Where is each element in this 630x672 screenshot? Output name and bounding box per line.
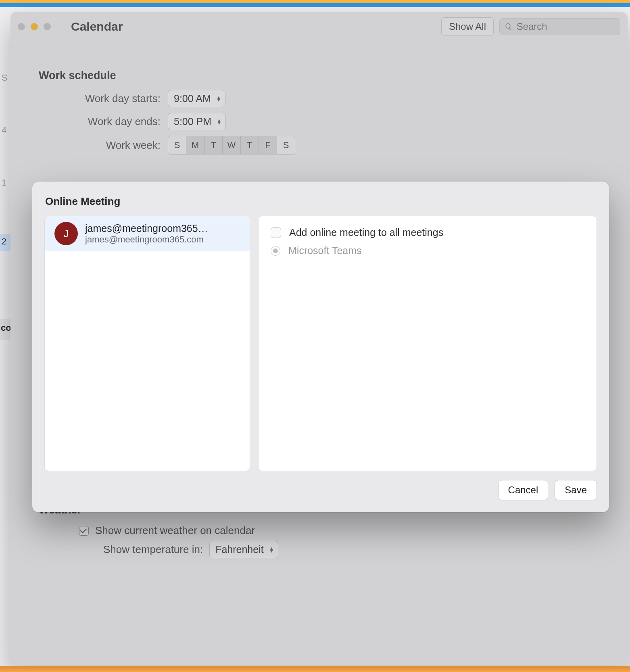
work-day-ends-label: Work day ends: (39, 115, 168, 128)
add-online-meeting-checkbox[interactable] (271, 227, 281, 238)
temperature-unit-value: Fahrenheit (215, 544, 264, 555)
account-email: james@meetingroom365.com (85, 234, 208, 245)
show-weather-checkbox[interactable] (79, 526, 89, 536)
online-meeting-modal: Online Meeting J james@meetingroom365… j… (32, 182, 609, 512)
work-day-ends-value: 5:00 PM (174, 116, 211, 127)
preferences-search[interactable] (499, 18, 620, 35)
day-thu[interactable]: T (240, 136, 259, 154)
temperature-unit-label: Show temperature in: (103, 543, 203, 556)
window-traffic-lights (18, 23, 51, 30)
day-fri[interactable]: F (259, 136, 277, 154)
search-icon (505, 22, 513, 31)
provider-teams-radio (271, 246, 280, 256)
work-day-ends-select[interactable]: 5:00 PM ▲▼ (168, 113, 226, 130)
provider-teams-label: Microsoft Teams (288, 245, 362, 257)
modal-title: Online Meeting (45, 195, 596, 208)
work-day-starts-value: 9:00 AM (174, 93, 211, 104)
window-title: Calendar (71, 20, 123, 33)
day-tue[interactable]: T (204, 136, 223, 154)
stepper-icon: ▲▼ (269, 547, 274, 553)
temperature-unit-select[interactable]: Fahrenheit ▲▼ (209, 541, 278, 558)
window-zoom-button[interactable] (44, 23, 51, 30)
save-button[interactable]: Save (555, 480, 597, 500)
avatar: J (54, 222, 78, 245)
work-week-label: Work week: (39, 139, 168, 152)
work-day-starts-select[interactable]: 9:00 AM ▲▼ (168, 90, 225, 107)
day-mon[interactable]: M (186, 136, 204, 154)
day-wed[interactable]: W (222, 136, 241, 154)
cancel-button[interactable]: Cancel (498, 480, 549, 500)
add-online-meeting-label: Add online meeting to all meetings (289, 227, 443, 238)
background-bottom-bar (0, 666, 630, 672)
accounts-list-pane: J james@meetingroom365… james@meetingroo… (44, 216, 250, 471)
window-close-button[interactable] (18, 23, 25, 30)
stepper-icon: ▲▼ (217, 119, 221, 125)
modal-footer: Cancel Save (44, 471, 597, 500)
stepper-icon: ▲▼ (217, 96, 221, 102)
work-day-starts-label: Work day starts: (39, 92, 168, 105)
day-sat[interactable]: S (277, 136, 295, 154)
window-minimize-button[interactable] (31, 23, 38, 30)
day-sun[interactable]: S (168, 136, 186, 154)
show-all-button[interactable]: Show All (441, 17, 494, 36)
work-schedule-heading: Work schedule (39, 69, 599, 82)
account-display-name: james@meetingroom365… (85, 223, 208, 234)
meeting-options-pane: Add online meeting to all meetings Micro… (258, 216, 597, 471)
account-list-item[interactable]: J james@meetingroom365… james@meetingroo… (45, 216, 250, 251)
window-titlebar: Calendar Show All (10, 12, 628, 41)
work-week-day-toggle: S M T W T F S (168, 136, 295, 154)
search-input[interactable] (517, 21, 615, 32)
show-weather-label: Show current weather on calendar (95, 524, 255, 537)
